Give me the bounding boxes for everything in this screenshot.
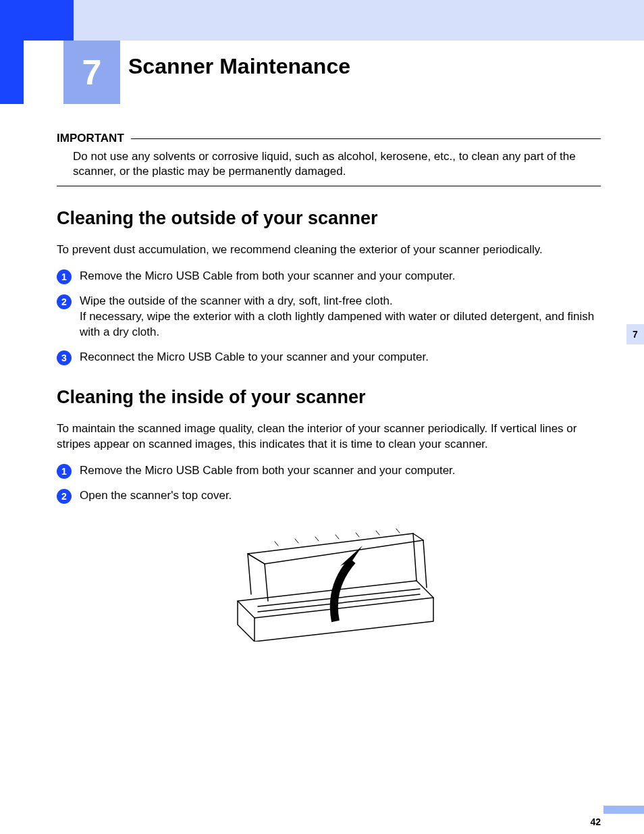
important-callout: IMPORTANT Do not use any solvents or cor… <box>57 132 601 186</box>
chapter-number: 7 <box>82 52 102 93</box>
page-bottom-accent <box>603 806 644 814</box>
step-item: 2 Open the scanner's top cover. <box>57 488 601 504</box>
divider-line <box>57 186 601 186</box>
svg-line-6 <box>396 529 400 533</box>
step-item: 3 Reconnect the Micro USB Cable to your … <box>57 350 601 365</box>
figure-container <box>57 513 601 642</box>
section-intro: To prevent dust accumulation, we recomme… <box>57 242 601 258</box>
svg-line-0 <box>275 542 278 546</box>
step-text: Wipe the outside of the scanner with a d… <box>80 294 601 340</box>
divider-line <box>131 138 601 139</box>
step-bullet-icon: 2 <box>57 294 72 309</box>
svg-line-1 <box>295 539 298 543</box>
important-text: Do not use any solvents or corrosive liq… <box>73 149 601 179</box>
step-text: Open the scanner's top cover. <box>80 488 601 504</box>
section-heading-outside: Cleaning the outside of your scanner <box>57 208 601 229</box>
side-chapter-tab: 7 <box>626 324 644 344</box>
page-number: 42 <box>590 816 601 827</box>
svg-line-4 <box>356 533 359 537</box>
step-text: Reconnect the Micro USB Cable to your sc… <box>80 350 601 365</box>
chapter-title: Scanner Maintenance <box>128 54 350 79</box>
svg-line-5 <box>376 531 379 535</box>
header-blue-block <box>0 0 74 41</box>
important-label: IMPORTANT <box>57 132 124 145</box>
section-intro: To maintain the scanned image quality, c… <box>57 421 601 452</box>
step-item: 2 Wipe the outside of the scanner with a… <box>57 294 601 340</box>
header-light-block <box>74 0 644 41</box>
step-item: 1 Remove the Micro USB Cable from both y… <box>57 463 601 479</box>
scanner-open-cover-illustration <box>217 513 440 642</box>
step-bullet-icon: 1 <box>57 269 72 284</box>
step-bullet-icon: 1 <box>57 464 72 479</box>
step-text: Remove the Micro USB Cable from both you… <box>80 269 601 284</box>
side-tab-number: 7 <box>633 329 638 340</box>
important-header: IMPORTANT <box>57 132 601 145</box>
svg-line-3 <box>336 535 339 539</box>
page-content: IMPORTANT Do not use any solvents or cor… <box>57 132 601 642</box>
step-bullet-icon: 2 <box>57 489 72 504</box>
svg-line-2 <box>315 537 319 541</box>
section-heading-inside: Cleaning the inside of your scanner <box>57 387 601 408</box>
step-bullet-icon: 3 <box>57 350 72 365</box>
step-text: Remove the Micro USB Cable from both you… <box>80 463 601 479</box>
header-left-strip <box>0 41 24 104</box>
step-item: 1 Remove the Micro USB Cable from both y… <box>57 269 601 284</box>
chapter-number-box: 7 <box>63 41 120 104</box>
